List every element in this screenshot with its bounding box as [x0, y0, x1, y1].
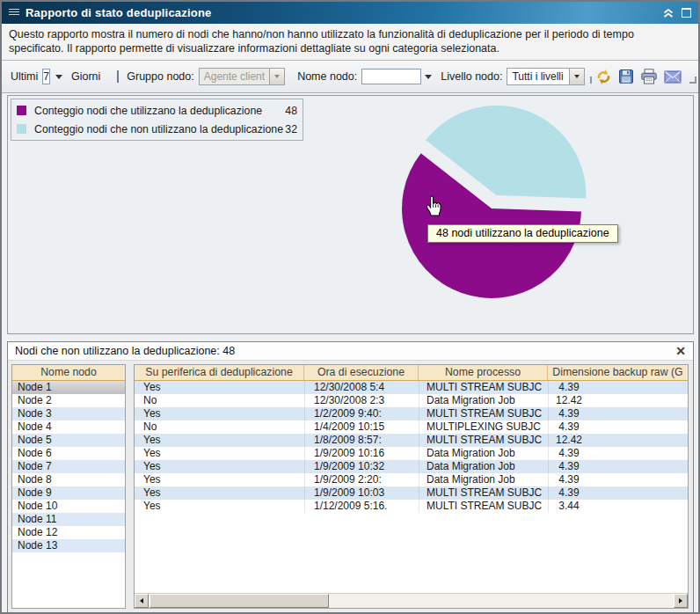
legend-item: Conteggio nodi che non utilizzano la ded… [17, 120, 297, 138]
table-cell: 3.44 [548, 500, 688, 513]
refresh-icon[interactable] [595, 69, 612, 85]
table-row[interactable]: Yes1/9/2009 10:03MULTI STREAM SUBJC4.39 [135, 486, 688, 500]
save-icon[interactable] [618, 69, 634, 84]
list-item[interactable]: Node 7 [12, 460, 125, 473]
column-header[interactable]: Nome processo [419, 365, 548, 380]
table-cell: No [135, 420, 304, 434]
node-group-label: Gruppo nodo: [127, 70, 193, 83]
email-icon[interactable] [664, 70, 682, 84]
table-cell: 1/9/2009 10:32 [304, 460, 419, 473]
toolbar-corner-mark [590, 77, 592, 84]
page-title: Rapporto di stato deduplicazione [26, 6, 212, 19]
toolbar-actions [595, 69, 700, 85]
table-cell: MULTI STREAM SUBJC [419, 486, 548, 500]
table-cell: Yes [135, 447, 304, 460]
table-cell: Yes [135, 460, 304, 473]
scroll-right-arrow-icon[interactable] [674, 594, 688, 608]
list-item[interactable]: Node 3 [12, 407, 125, 420]
table-row[interactable]: Yes1/9/2009 10:16Data Migration Job4.39 [135, 447, 688, 460]
table-cell: Yes [135, 407, 304, 420]
table-cell: Yes [135, 381, 304, 394]
title-bar: Rapporto di stato deduplicazione [2, 2, 698, 24]
table-cell: 12.42 [548, 394, 688, 407]
node-name-dropdown-arrow-icon[interactable] [425, 75, 432, 79]
list-item[interactable]: Node 4 [12, 420, 125, 434]
scrollbar-thumb[interactable] [149, 594, 329, 608]
legend-label: Conteggio nodi che utilizzano la dedupli… [34, 105, 262, 117]
table-cell: MULTI STREAM SUBJC [419, 407, 548, 420]
table-cell: 1/2/2009 9:40: [304, 407, 419, 420]
toolbar: Ultimi 7 Giorni Gruppo nodo: Agente clie… [2, 61, 698, 93]
node-tier-label: Livello nodo: [441, 70, 502, 83]
print-icon[interactable] [640, 69, 658, 84]
table-cell: Data Migration Job [419, 473, 548, 486]
column-header[interactable]: Su periferica di deduplicazione [135, 365, 304, 380]
table-cell: MULTI STREAM SUBJC [419, 381, 548, 394]
list-item[interactable]: Node 8 [12, 473, 125, 486]
table-row[interactable]: Yes1/9/2009 10:32Data Migration Job4.39 [135, 460, 688, 473]
node-group-combobox: Agente client [199, 68, 285, 85]
list-item[interactable]: Node 5 [12, 434, 125, 447]
report-description: Questo rapporto mostra il numero di nodi… [2, 24, 698, 61]
detail-panel-body: Nome nodo Node 1Node 2Node 3Node 4Node 5… [8, 361, 693, 612]
list-item[interactable]: Node 2 [12, 394, 125, 407]
pie-tooltip: 48 nodi utilizzano la deduplicazione [427, 224, 618, 243]
node-name-label: Nome nodo: [297, 70, 357, 83]
detail-panel-header: Nodi che non utilizzano la deduplicazion… [8, 342, 693, 361]
last-label: Ultimi [11, 70, 38, 83]
column-header[interactable]: Ora di esecuzione [304, 365, 419, 380]
table-cell: MULTIPLEXING SUBJC [419, 420, 548, 434]
node-tier-combobox[interactable]: Tutti i livelli [507, 68, 585, 85]
node-list-pane: Nome nodo Node 1Node 2Node 3Node 4Node 5… [11, 364, 126, 609]
table-row[interactable]: No12/30/2008 2:3Data Migration Job12.42 [135, 394, 688, 407]
list-item[interactable]: Node 10 [12, 500, 125, 513]
collapse-icon[interactable] [663, 9, 674, 18]
list-item[interactable]: Node 6 [12, 447, 125, 460]
table-cell: 4.39 [548, 407, 688, 420]
table-header-row: Su periferica di deduplicazioneOra di es… [135, 365, 688, 381]
table-cell: 4.39 [548, 486, 688, 500]
table-cell: 12/30/2008 2:3 [304, 394, 419, 407]
table-row[interactable]: Yes1/12/2009 5:16.MULTI STREAM SUBJC3.44 [135, 500, 688, 513]
table-cell: 4.39 [548, 460, 688, 473]
node-tier-value: Tutti i livelli [507, 69, 569, 84]
table-body: Yes12/30/2008 5:4MULTI STREAM SUBJC4.39N… [135, 381, 688, 593]
pane-splitter[interactable] [126, 364, 134, 609]
chart-legend: Conteggio nodi che utilizzano la dedupli… [11, 99, 303, 141]
scrollbar-track[interactable] [329, 594, 674, 608]
days-label: Giorni [71, 70, 100, 83]
table-cell: 4.39 [548, 447, 688, 460]
table-row[interactable]: Yes1/9/2009 2:20:Data Migration Job4.39 [135, 473, 688, 486]
days-value-field[interactable]: 7 [42, 69, 50, 84]
column-header[interactable]: Dimensione backup raw (G [548, 365, 688, 380]
node-list: Node 1Node 2Node 3Node 4Node 5Node 6Node… [12, 381, 125, 552]
table-row[interactable]: Yes12/30/2008 5:4MULTI STREAM SUBJC4.39 [135, 381, 688, 394]
table-cell: Data Migration Job [419, 447, 548, 460]
table-cell: 1/9/2009 2:20: [304, 473, 419, 486]
list-item[interactable]: Node 11 [12, 513, 125, 526]
chart-panel: Conteggio nodi che utilizzano la dedupli… [7, 95, 694, 334]
list-item[interactable]: Node 1 [12, 381, 125, 394]
list-item[interactable]: Node 12 [12, 526, 125, 539]
table-cell: 12.42 [548, 434, 688, 447]
maximize-icon[interactable] [682, 8, 691, 18]
legend-value: 32 [285, 123, 297, 135]
table-cell: Yes [135, 500, 304, 513]
list-item[interactable]: Node 9 [12, 486, 125, 500]
days-dropdown-arrow-icon[interactable] [55, 75, 62, 79]
table-row[interactable]: No1/4/2009 10:15MULTIPLEXING SUBJC4.39 [135, 420, 688, 434]
close-icon[interactable]: ✕ [675, 345, 686, 357]
detail-panel: Nodi che non utilizzano la deduplicazion… [7, 341, 694, 613]
node-name-input[interactable] [361, 69, 421, 84]
table-cell: 1/9/2009 10:03 [304, 486, 419, 500]
node-list-header[interactable]: Nome nodo [12, 365, 125, 381]
report-window: Rapporto di stato deduplicazione Questo … [0, 0, 700, 614]
horizontal-scrollbar[interactable] [135, 593, 688, 608]
table-row[interactable]: Yes1/2/2009 9:40:MULTI STREAM SUBJC4.39 [135, 407, 688, 420]
node-group-checkbox[interactable] [117, 70, 119, 83]
table-cell: No [135, 394, 304, 407]
list-item[interactable]: Node 13 [12, 539, 125, 552]
scroll-left-arrow-icon[interactable] [135, 594, 149, 608]
node-tier-combo-arrow-icon[interactable] [569, 69, 584, 84]
table-row[interactable]: Yes1/8/2009 8:57:MULTI STREAM SUBJC12.42 [135, 434, 688, 447]
